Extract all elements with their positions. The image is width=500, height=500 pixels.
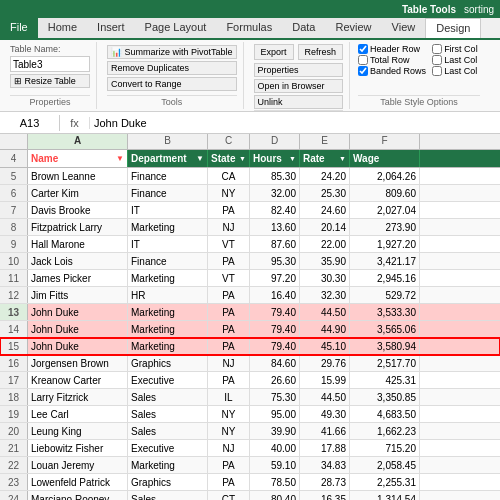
cell-dept-15[interactable]: Marketing [128, 338, 208, 354]
first-col-checkbox[interactable] [432, 44, 442, 54]
cell-wage-12[interactable]: 529.72 [350, 287, 420, 303]
cell-state-14[interactable]: PA [208, 321, 250, 337]
cell-dept-19[interactable]: Sales [128, 406, 208, 422]
cell-wage-20[interactable]: 1,662.23 [350, 423, 420, 439]
tab-home[interactable]: Home [38, 18, 87, 38]
cell-name-20[interactable]: Leung King [28, 423, 128, 439]
cell-dept-5[interactable]: Finance [128, 168, 208, 184]
cell-state-5[interactable]: CA [208, 168, 250, 184]
cell-name-11[interactable]: James Picker [28, 270, 128, 286]
table-row[interactable]: 10 Jack Lois Finance PA 95.30 35.90 3,42… [0, 253, 500, 270]
tab-pagelayout[interactable]: Page Layout [135, 18, 217, 38]
cell-rate-5[interactable]: 24.20 [300, 168, 350, 184]
cell-state-17[interactable]: PA [208, 372, 250, 388]
cell-name-5[interactable]: Brown Leanne [28, 168, 128, 184]
cell-hours-8[interactable]: 13.60 [250, 219, 300, 235]
col-header-b[interactable]: B [128, 134, 208, 149]
cell-hours-24[interactable]: 80.40 [250, 491, 300, 500]
cell-rate-7[interactable]: 24.60 [300, 202, 350, 218]
cell-dept-11[interactable]: Marketing [128, 270, 208, 286]
cell-dept-23[interactable]: Graphics [128, 474, 208, 490]
dropdown-arrow-dept[interactable]: ▼ [196, 154, 204, 163]
cell-rate-6[interactable]: 25.30 [300, 185, 350, 201]
cell-hours-22[interactable]: 59.10 [250, 457, 300, 473]
table-row[interactable]: 6 Carter Kim Finance NY 32.00 25.30 809.… [0, 185, 500, 202]
cell-dept-22[interactable]: Marketing [128, 457, 208, 473]
total-row-checkbox-label[interactable]: Total Row [358, 55, 426, 65]
table-row[interactable]: 12 Jim Fitts HR PA 16.40 32.30 529.72 [0, 287, 500, 304]
cell-name-16[interactable]: Jorgensen Brown [28, 355, 128, 371]
cell-name-24[interactable]: Marciano Rooney [28, 491, 128, 500]
cell-rate-16[interactable]: 29.76 [300, 355, 350, 371]
cell-hours-9[interactable]: 87.60 [250, 236, 300, 252]
cell-state-11[interactable]: VT [208, 270, 250, 286]
cell-name-17[interactable]: Kreanow Carter [28, 372, 128, 388]
table-row[interactable]: 14 John Duke Marketing PA 79.40 44.90 3,… [0, 321, 500, 338]
cell-state-15[interactable]: PA [208, 338, 250, 354]
banded-col-checkbox[interactable] [432, 66, 442, 76]
header-dept[interactable]: Department ▼ [128, 150, 208, 167]
cell-wage-6[interactable]: 809.60 [350, 185, 420, 201]
header-name[interactable]: Name ▼ [28, 150, 128, 167]
cell-state-18[interactable]: IL [208, 389, 250, 405]
header-row-checkbox[interactable] [358, 44, 368, 54]
cell-dept-18[interactable]: Sales [128, 389, 208, 405]
cell-dept-10[interactable]: Finance [128, 253, 208, 269]
cell-hours-16[interactable]: 84.60 [250, 355, 300, 371]
cell-name-10[interactable]: Jack Lois [28, 253, 128, 269]
table-row[interactable]: 22 Louan Jeremy Marketing PA 59.10 34.83… [0, 457, 500, 474]
table-row[interactable]: 15 John Duke Marketing PA 79.40 45.10 3,… [0, 338, 500, 355]
cell-wage-21[interactable]: 715.20 [350, 440, 420, 456]
cell-rate-8[interactable]: 20.14 [300, 219, 350, 235]
table-row[interactable]: 8 Fitzpatrick Larry Marketing NJ 13.60 2… [0, 219, 500, 236]
header-rate[interactable]: Rate ▼ [300, 150, 350, 167]
cell-state-24[interactable]: CT [208, 491, 250, 500]
cell-rate-14[interactable]: 44.90 [300, 321, 350, 337]
dropdown-arrow-state[interactable]: ▼ [239, 155, 246, 162]
cell-dept-14[interactable]: Marketing [128, 321, 208, 337]
cell-name-12[interactable]: Jim Fitts [28, 287, 128, 303]
export-btn[interactable]: Export [254, 44, 294, 60]
cell-dept-13[interactable]: Marketing [128, 304, 208, 320]
cell-rate-9[interactable]: 22.00 [300, 236, 350, 252]
col-header-e[interactable]: E [300, 134, 350, 149]
cell-state-9[interactable]: VT [208, 236, 250, 252]
dropdown-arrow-rate[interactable]: ▼ [339, 155, 346, 162]
table-row[interactable]: 21 Liebowitz Fisher Executive NJ 40.00 1… [0, 440, 500, 457]
cell-name-22[interactable]: Louan Jeremy [28, 457, 128, 473]
cell-state-6[interactable]: NY [208, 185, 250, 201]
cell-wage-11[interactable]: 2,945.16 [350, 270, 420, 286]
cell-wage-9[interactable]: 1,927.20 [350, 236, 420, 252]
cell-rate-18[interactable]: 44.50 [300, 389, 350, 405]
cell-state-23[interactable]: PA [208, 474, 250, 490]
tab-file[interactable]: File [0, 18, 38, 38]
cell-dept-16[interactable]: Graphics [128, 355, 208, 371]
cell-dept-7[interactable]: IT [128, 202, 208, 218]
cell-hours-23[interactable]: 78.50 [250, 474, 300, 490]
cell-wage-16[interactable]: 2,517.70 [350, 355, 420, 371]
cell-hours-19[interactable]: 95.00 [250, 406, 300, 422]
cell-hours-7[interactable]: 82.40 [250, 202, 300, 218]
cell-wage-17[interactable]: 425.31 [350, 372, 420, 388]
properties-btn[interactable]: Properties [254, 63, 344, 77]
table-row[interactable]: 7 Davis Brooke IT PA 82.40 24.60 2,027.0… [0, 202, 500, 219]
tab-design[interactable]: Design [425, 18, 481, 38]
cell-state-21[interactable]: NJ [208, 440, 250, 456]
table-row[interactable]: 20 Leung King Sales NY 39.90 41.66 1,662… [0, 423, 500, 440]
cell-state-22[interactable]: PA [208, 457, 250, 473]
tab-view[interactable]: View [382, 18, 426, 38]
cell-wage-14[interactable]: 3,565.06 [350, 321, 420, 337]
summarize-btn[interactable]: 📊 Summarize with PivotTable [107, 45, 237, 59]
tab-formulas[interactable]: Formulas [216, 18, 282, 38]
table-name-input[interactable] [10, 56, 90, 72]
resize-table-btn[interactable]: ⊞ Resize Table [10, 74, 90, 88]
cell-dept-20[interactable]: Sales [128, 423, 208, 439]
banded-rows-checkbox[interactable] [358, 66, 368, 76]
cell-reference[interactable]: A13 [0, 115, 60, 131]
table-row[interactable]: 19 Lee Carl Sales NY 95.00 49.30 4,683.5… [0, 406, 500, 423]
convert-range-btn[interactable]: Convert to Range [107, 77, 237, 91]
cell-rate-21[interactable]: 17.88 [300, 440, 350, 456]
cell-state-7[interactable]: PA [208, 202, 250, 218]
cell-dept-12[interactable]: HR [128, 287, 208, 303]
table-row[interactable]: 13 John Duke Marketing PA 79.40 44.50 3,… [0, 304, 500, 321]
